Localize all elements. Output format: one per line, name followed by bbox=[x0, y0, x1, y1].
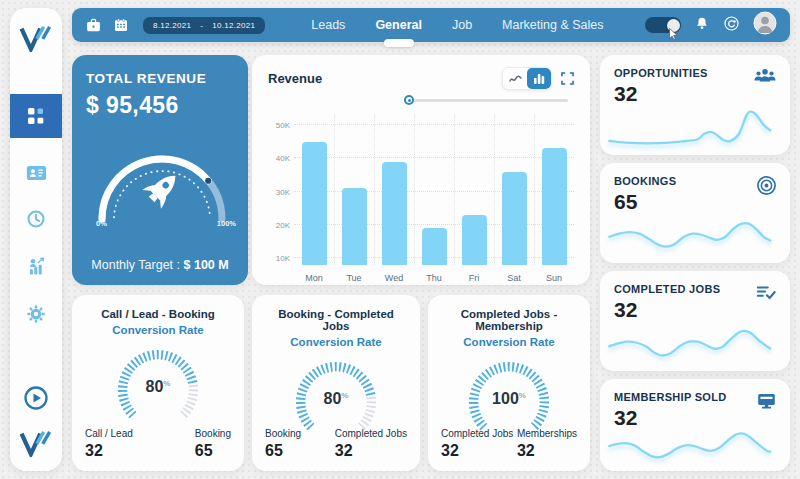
slider-track[interactable] bbox=[408, 99, 568, 102]
line-chart-icon bbox=[509, 70, 522, 88]
dashboard-grid-icon bbox=[27, 107, 45, 125]
sidebar-item-settings[interactable] bbox=[26, 304, 46, 324]
conversion-card-completed-membership: Completed Jobs - Membership Conversion R… bbox=[428, 295, 590, 471]
conversion-percent: 80 bbox=[324, 390, 342, 407]
stat-title: BOOKINGS bbox=[614, 175, 776, 187]
date-to: 10.12.2021 bbox=[212, 21, 255, 30]
x-tick-label: Sat bbox=[494, 273, 534, 283]
monthly-target: Monthly Target : $ 100 M bbox=[72, 258, 248, 272]
sidebar-item-history[interactable] bbox=[26, 209, 46, 229]
monitor-icon bbox=[756, 391, 777, 415]
bar-mon[interactable] bbox=[302, 142, 327, 265]
sidebar-item-dashboard[interactable] bbox=[10, 94, 62, 138]
left-stat-label: Completed Jobs bbox=[441, 428, 513, 439]
y-tick-label: 20K bbox=[276, 221, 290, 230]
slider-handle[interactable] bbox=[404, 95, 414, 105]
theme-toggle[interactable] bbox=[645, 17, 681, 33]
percent-sign: % bbox=[341, 391, 348, 400]
bar-fri[interactable] bbox=[462, 215, 487, 265]
conversion-percent: 80 bbox=[146, 378, 164, 395]
clock-icon bbox=[26, 209, 46, 229]
stat-title: COMPLETED JOBS bbox=[614, 283, 776, 295]
conversion-title: Completed Jobs - Membership bbox=[440, 308, 578, 332]
mouse-cursor-icon bbox=[669, 26, 679, 44]
revenue-bar-chart: 10K20K30K40K50K bbox=[268, 115, 574, 265]
date-separator: - bbox=[200, 21, 203, 30]
conversion-title: Call / Lead - Booking bbox=[84, 308, 232, 320]
sidebar-item-performance[interactable] bbox=[26, 256, 47, 277]
conversion-left-stat: Call / Lead 32 bbox=[85, 428, 133, 460]
stat-title: OPPORTUNITIES bbox=[614, 67, 776, 79]
bar-wed[interactable] bbox=[382, 162, 407, 265]
stat-value: 32 bbox=[614, 82, 776, 106]
conversion-card-call-lead-booking: Call / Lead - Booking Conversion Rate 80… bbox=[72, 295, 244, 471]
crm-dashboard: 8.12.2021 - 10.12.2021 LeadsGeneralJobMa… bbox=[0, 0, 800, 479]
conversion-right-stat: Memberships 32 bbox=[517, 428, 577, 460]
right-stat-label: Memberships bbox=[517, 428, 577, 439]
bar-column-mon bbox=[294, 115, 334, 265]
monthly-target-label: Monthly Target : bbox=[91, 258, 180, 272]
right-stat-label: Booking bbox=[195, 428, 231, 439]
conversion-right-stat: Completed Jobs 32 bbox=[335, 428, 407, 460]
conversion-left-stat: Completed Jobs 32 bbox=[441, 428, 513, 460]
monthly-target-value: $ 100 M bbox=[184, 258, 229, 272]
tab-leads[interactable]: Leads bbox=[311, 18, 345, 32]
stat-card-bookings: BOOKINGS 65 bbox=[600, 163, 790, 263]
id-card-icon bbox=[26, 164, 47, 182]
rocket-icon bbox=[142, 166, 184, 208]
target-icon bbox=[756, 175, 777, 200]
total-revenue-card: TOTAL REVENUE $ 95,456 0% 100% Monthly T… bbox=[72, 55, 248, 285]
stat-card-completed-jobs: COMPLETED JOBS 32 bbox=[600, 271, 790, 371]
stat-card-membership-sold: MEMBERSHIP SOLD 32 bbox=[600, 379, 790, 471]
bar-column-thu bbox=[414, 115, 454, 265]
play-circle-icon bbox=[23, 385, 49, 411]
bar-tue[interactable] bbox=[342, 188, 367, 265]
stat-card-opportunities: OPPORTUNITIES 32 bbox=[600, 55, 790, 155]
x-tick-label: Tue bbox=[334, 273, 374, 283]
y-axis-labels: 10K20K30K40K50K bbox=[268, 115, 294, 265]
conversion-percent: 100 bbox=[492, 390, 519, 407]
tab-general[interactable]: General bbox=[375, 18, 422, 32]
line-view-button[interactable] bbox=[503, 68, 527, 89]
app-logo-bottom bbox=[19, 429, 53, 457]
conversion-left-stat: Booking 65 bbox=[265, 428, 301, 460]
left-stat-label: Booking bbox=[265, 428, 301, 439]
x-axis-labels: MonTueWedThuFriSatSun bbox=[294, 273, 574, 283]
right-stat-label: Completed Jobs bbox=[335, 428, 407, 439]
bell-icon[interactable] bbox=[694, 15, 710, 36]
sidebar bbox=[10, 8, 62, 471]
percent-sign: % bbox=[163, 379, 170, 388]
revenue-gauge: 0% 100% bbox=[86, 133, 238, 229]
sidebar-item-contacts[interactable] bbox=[26, 164, 47, 182]
app-logo bbox=[19, 24, 53, 52]
y-tick-label: 40K bbox=[276, 154, 290, 163]
checklist-icon bbox=[755, 283, 777, 306]
revenue-chart-title: Revenue bbox=[268, 71, 322, 86]
right-stat-value: 32 bbox=[517, 442, 577, 460]
bar-chart-icon bbox=[533, 70, 545, 88]
bar-view-button[interactable] bbox=[527, 68, 551, 89]
bar-thu[interactable] bbox=[422, 228, 447, 265]
x-tick-label: Fri bbox=[454, 273, 494, 283]
briefcase-icon[interactable] bbox=[85, 17, 102, 34]
conversion-subtitle: Conversion Rate bbox=[84, 324, 232, 336]
tab-marketing-sales[interactable]: Marketing & Sales bbox=[502, 18, 603, 32]
left-stat-label: Call / Lead bbox=[85, 428, 133, 439]
tab-job[interactable]: Job bbox=[452, 18, 472, 32]
bar-plot-area bbox=[294, 115, 574, 265]
calendar-icon[interactable] bbox=[113, 17, 129, 33]
bar-column-tue bbox=[334, 115, 374, 265]
x-tick-label: Thu bbox=[414, 273, 454, 283]
date-range-picker[interactable]: 8.12.2021 - 10.12.2021 bbox=[143, 17, 265, 34]
refresh-icon[interactable] bbox=[723, 15, 740, 36]
bar-sat[interactable] bbox=[502, 172, 527, 265]
expand-icon[interactable] bbox=[561, 72, 574, 85]
avatar[interactable] bbox=[753, 11, 777, 39]
left-stat-value: 65 bbox=[265, 442, 301, 460]
active-tab-indicator bbox=[384, 39, 414, 47]
chart-view-switch bbox=[502, 67, 552, 90]
sidebar-item-media[interactable] bbox=[23, 385, 49, 411]
bar-sun[interactable] bbox=[542, 148, 567, 265]
total-revenue-amount: $ 95,456 bbox=[86, 92, 234, 119]
x-tick-label: Wed bbox=[374, 273, 414, 283]
